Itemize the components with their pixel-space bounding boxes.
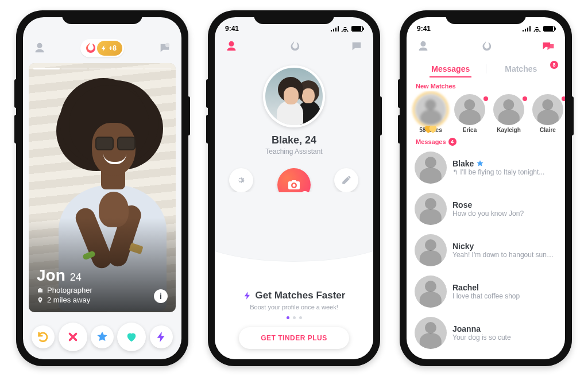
signal-icon <box>331 26 339 32</box>
card-distance: 2 miles away <box>37 296 168 304</box>
pencil-icon <box>341 175 351 185</box>
new-matches-header: New Matches <box>407 81 565 91</box>
chat-tab-icon[interactable] <box>349 39 364 54</box>
message-name: Nicky <box>452 242 557 251</box>
unread-dot-icon <box>523 96 527 101</box>
message-row[interactable]: Blake ↰ I'll be flying to Italy tonight.… <box>407 147 565 188</box>
status-indicators <box>331 26 363 32</box>
phone-profile: 9:41 Blak <box>208 10 380 366</box>
signal-icon <box>523 26 531 32</box>
messages-tabs: Messages Matches 8 <box>416 61 556 77</box>
top-nav <box>215 37 373 60</box>
tab-messages[interactable]: Messages <box>416 61 486 77</box>
notch <box>446 10 526 24</box>
briefcase-icon <box>37 287 44 294</box>
info-button[interactable]: i <box>154 289 168 303</box>
likes-heart-icon <box>424 123 438 134</box>
photo-pagination[interactable] <box>33 68 171 69</box>
message-row[interactable]: Rachel I love that coffee shop <box>407 271 565 312</box>
flame-tab-icon[interactable] <box>478 39 493 54</box>
likes-you-stack[interactable]: 58 Likes <box>413 94 448 133</box>
new-matches-row[interactable]: 58 Likes Erica Kayleigh Claire <box>407 91 565 137</box>
message-name: Joanna <box>452 324 557 333</box>
promo-title: Get Matches Faster <box>243 290 346 301</box>
notch <box>62 10 142 24</box>
message-row[interactable]: Rose How do you know Jon? <box>407 188 565 230</box>
match-name: Claire <box>540 127 556 133</box>
match-name: Erica <box>463 127 477 133</box>
status-time: 9:41 <box>225 25 239 33</box>
bolt-icon <box>243 291 252 300</box>
unread-dot-icon <box>483 96 488 101</box>
promo-subtitle: Boost your profile once a week! <box>250 304 338 311</box>
profile-avatar[interactable] <box>263 65 325 127</box>
chat-tab-icon[interactable] <box>541 39 556 54</box>
status-time: 9:41 <box>417 25 431 33</box>
notch <box>254 10 334 24</box>
message-name: Blake <box>452 159 557 168</box>
phone-swipe: +8 <box>16 10 188 366</box>
card-age: 24 <box>70 271 82 284</box>
gear-icon <box>236 175 246 185</box>
wifi-icon <box>533 26 541 32</box>
match-item[interactable]: Erica <box>452 94 487 133</box>
battery-icon <box>543 26 555 32</box>
message-preview: I love that coffee shop <box>452 292 557 300</box>
chat-tab-icon[interactable] <box>157 41 172 56</box>
phone-messages: 9:41 Messages Matches 8 <box>400 10 572 366</box>
profile-tab-icon[interactable] <box>224 39 239 54</box>
match-item[interactable]: Kayleigh <box>492 94 526 133</box>
message-preview: ↰ I'll be flying to Italy tonight... <box>452 168 557 176</box>
profile-name-age: Blake, 24 <box>272 134 316 146</box>
profile-tab-icon[interactable] <box>416 39 431 54</box>
messages-badge: 4 <box>448 138 457 146</box>
wifi-icon <box>341 26 349 32</box>
superlike-button[interactable] <box>91 325 114 348</box>
message-name: Rose <box>452 200 557 209</box>
flame-icon <box>82 41 97 56</box>
top-nav <box>407 37 565 60</box>
action-row <box>23 317 181 359</box>
card-info: Jon 24 Photographer 2 miles away i <box>37 266 168 304</box>
message-row[interactable]: Nicky Yeah! I'm down to hangout sunday..… <box>407 230 565 271</box>
message-preview: Your dog is so cute <box>452 333 557 341</box>
swipe-card[interactable]: Jon 24 Photographer 2 miles away i <box>23 63 181 317</box>
status-indicators <box>523 26 555 32</box>
get-tinder-plus-button[interactable]: GET TINDER PLUS <box>239 327 349 349</box>
message-row[interactable]: Joanna Your dog is so cute <box>407 312 565 354</box>
match-item[interactable]: Claire <box>531 94 565 133</box>
boost-button[interactable] <box>150 325 173 348</box>
message-list[interactable]: Blake ↰ I'll be flying to Italy tonight.… <box>407 147 565 359</box>
profile-subtitle: Teaching Assistant <box>265 148 322 156</box>
flame-tab-icon[interactable] <box>287 39 301 54</box>
like-button[interactable] <box>117 323 146 351</box>
messages-header: Messages 4 <box>407 137 565 147</box>
message-preview: Yeah! I'm down to hangout sunday... <box>452 251 557 259</box>
tab-matches[interactable]: Matches 8 <box>486 61 556 77</box>
message-preview: How do you know Jon? <box>452 209 557 218</box>
promo-pagination[interactable] <box>287 316 302 319</box>
flame-boost-pill[interactable]: +8 <box>80 39 124 57</box>
rewind-button[interactable] <box>32 325 55 348</box>
battery-icon <box>351 26 363 32</box>
promo-card: Get Matches Faster Boost your profile on… <box>215 278 373 359</box>
location-icon <box>37 297 44 304</box>
card-job: Photographer <box>37 286 168 294</box>
card-name: Jon 24 <box>37 266 168 285</box>
matches-badge: 8 <box>550 61 558 69</box>
boost-counter: +8 <box>97 41 122 56</box>
match-name: Kayleigh <box>497 127 521 133</box>
superlike-star-icon <box>476 160 484 168</box>
profile-tab-icon[interactable] <box>32 41 47 56</box>
svg-point-0 <box>165 43 169 47</box>
message-name: Rachel <box>452 283 557 292</box>
unread-dot-icon <box>562 96 565 101</box>
top-nav: +8 <box>23 37 181 63</box>
nope-button[interactable] <box>59 323 87 351</box>
camera-icon <box>287 178 301 192</box>
